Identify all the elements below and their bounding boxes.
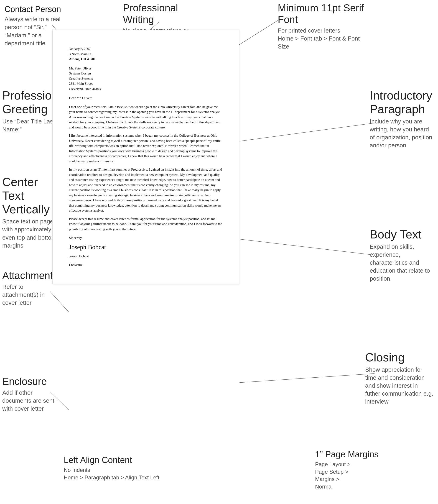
body-text-subtitle: Expand on skills, experience, characteri… (370, 243, 433, 283)
letter-body-para-3: In my position as an IT intern last summ… (69, 167, 222, 213)
svg-line-2 (238, 21, 278, 45)
intro-para-title: IntroductoryParagraph (370, 89, 433, 116)
contact-person-title: Contact Person (5, 5, 64, 14)
closing-subtitle: Show appreciation for time and considera… (365, 366, 433, 406)
page-margins-subtitle: Page Layout >Page Setup >Margins >Normal (315, 461, 402, 490)
letter-recipient-city: Cleveland, Ohio 44103 (69, 86, 222, 91)
center-text-subtitle: Space text on page with approximately ev… (2, 217, 57, 249)
left-align-subtitle: No IndentsHome > Paragraph tab > Align T… (64, 466, 159, 481)
attachment-title: Attachment (2, 270, 52, 281)
letter-date: January 6, 2007 (69, 46, 222, 51)
letter-name-typed: Joseph Bobcat (69, 254, 222, 259)
annotation-left-align: Left Align Content No IndentsHome > Para… (64, 455, 159, 481)
letter-body-para-4: Please accept this résumé and cover lett… (69, 216, 222, 232)
professional-writing-title: Professional Writing (123, 2, 196, 25)
min-font-title: Minimum 11pt Serif Font (278, 2, 364, 25)
letter-document: January 6, 2007 3 North Main St. Athens,… (52, 30, 239, 284)
annotation-enclosure: Enclosure Add if other documents are sen… (2, 376, 55, 413)
annotation-body-text: Body Text Expand on skills, experience, … (370, 228, 433, 283)
letter-recipient-title: Systems Design (69, 71, 222, 76)
annotation-attachment: Attachment Refer to attachment(s) in cov… (2, 270, 52, 307)
page-margins-title: 1” Page Margins (315, 449, 402, 459)
letter-body-para-2: I first became interested in information… (69, 133, 222, 164)
annotation-center-text: Center TextVertically Space text on page… (2, 175, 57, 250)
annotation-page-margins: 1” Page Margins Page Layout >Page Setup … (315, 449, 402, 490)
closing-title: Closing (365, 351, 433, 364)
svg-line-5 (50, 291, 69, 312)
annotation-closing: Closing Show appreciation for time and c… (365, 351, 433, 406)
letter-recipient-company: Creative Systems (69, 76, 222, 81)
attachment-subtitle: Refer to attachment(s) in cover letter (2, 283, 52, 307)
letter-recipient-name: Mr. Peter Oliver (69, 66, 222, 71)
letter-closing-word: Sincerely, (69, 235, 222, 240)
letter-street: 3 North Main St. (69, 51, 222, 57)
enclosure-title: Enclosure (2, 376, 55, 387)
left-align-title: Left Align Content (64, 455, 159, 465)
svg-line-8 (240, 239, 374, 255)
letter-recipient-street: 2341 Main Street (69, 81, 222, 86)
annotation-min-font: Minimum 11pt Serif Font For printed cove… (278, 2, 364, 51)
letter-signature: Joseph Bobcat (69, 242, 222, 252)
min-font-subtitle: For printed cover lettersHome > Font tab… (278, 27, 364, 51)
letter-enclosure-line: Enclosure (69, 262, 222, 268)
center-text-title: Center TextVertically (2, 175, 57, 216)
letter-recipient-block: Mr. Peter Oliver Systems Design Creative… (69, 66, 222, 91)
intro-para-subtitle: Include why you are writing, how you hea… (370, 118, 433, 149)
letter-sender-address: January 6, 2007 3 North Main St. Athens,… (69, 46, 222, 62)
body-text-title: Body Text (370, 228, 433, 241)
letter-body: I met one of your recruiters, Jamie Bevi… (69, 104, 222, 232)
letter-closing-block: Sincerely, Joseph Bobcat Joseph Bobcat E… (69, 235, 222, 268)
letter-salutation: Dear Mr. Oliver: (69, 95, 222, 101)
svg-line-7 (240, 123, 374, 141)
annotation-intro-para: IntroductoryParagraph Include why you ar… (370, 89, 433, 149)
enclosure-subtitle: Add if other documents are sent with cov… (2, 389, 55, 413)
letter-city-state: Athens, OH 45701 (69, 56, 222, 62)
svg-line-9 (240, 373, 374, 383)
letter-body-para-1: I met one of your recruiters, Jamie Bevi… (69, 104, 222, 130)
